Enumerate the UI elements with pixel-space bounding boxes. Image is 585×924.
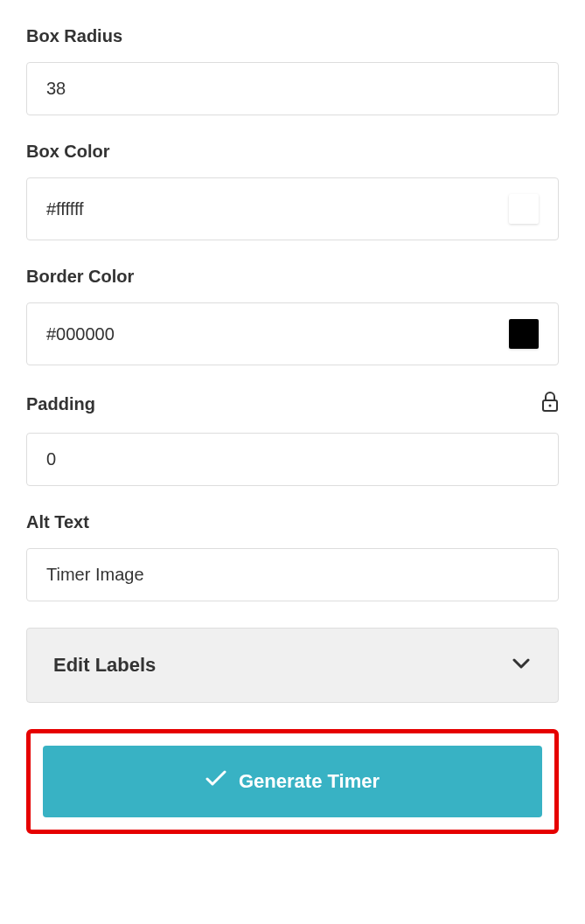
generate-timer-label: Generate Timer: [239, 770, 380, 793]
padding-input[interactable]: [46, 449, 539, 469]
box-radius-input-wrapper: [26, 62, 559, 115]
lock-icon[interactable]: [541, 392, 559, 417]
box-radius-label: Box Radius: [26, 26, 559, 46]
padding-label: Padding: [26, 392, 559, 417]
box-color-field: Box Color: [26, 142, 559, 240]
border-color-input-wrapper: [26, 302, 559, 365]
border-color-input[interactable]: [46, 324, 500, 344]
svg-point-1: [549, 405, 552, 407]
alt-text-field: Alt Text: [26, 512, 559, 601]
box-color-input-wrapper: [26, 177, 559, 240]
generate-button-highlight: Generate Timer: [26, 729, 559, 834]
edit-labels-label: Edit Labels: [53, 654, 156, 677]
edit-labels-accordion[interactable]: Edit Labels: [26, 628, 559, 703]
alt-text-input[interactable]: [46, 565, 539, 585]
alt-text-input-wrapper: [26, 548, 559, 601]
alt-text-label: Alt Text: [26, 512, 559, 532]
box-radius-input[interactable]: [46, 79, 539, 99]
padding-field: Padding: [26, 392, 559, 486]
box-color-label: Box Color: [26, 142, 559, 162]
padding-input-wrapper: [26, 433, 559, 486]
chevron-down-icon: [511, 653, 532, 677]
border-color-field: Border Color: [26, 267, 559, 365]
border-color-swatch[interactable]: [509, 319, 539, 349]
box-color-swatch[interactable]: [509, 194, 539, 224]
generate-timer-button[interactable]: Generate Timer: [43, 746, 542, 817]
box-color-input[interactable]: [46, 199, 500, 219]
check-icon: [205, 770, 226, 793]
border-color-label: Border Color: [26, 267, 559, 287]
box-radius-field: Box Radius: [26, 26, 559, 115]
